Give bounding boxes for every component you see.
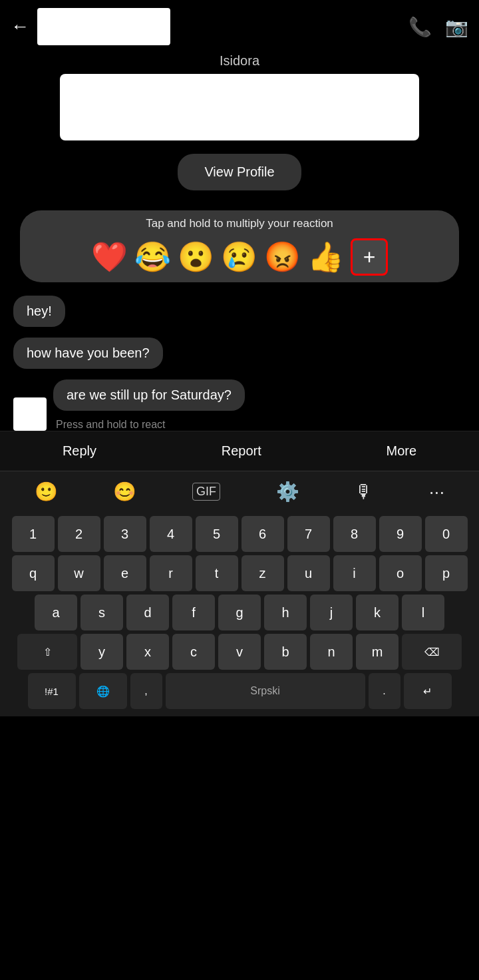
key-e[interactable]: e [104, 555, 146, 591]
reaction-bar: Tap and hold to multiply your reaction ❤… [20, 210, 459, 282]
avatar [37, 8, 170, 45]
key-f[interactable]: f [172, 595, 215, 630]
keyboard-row-3: ⇧ y x c v b n m ⌫ [3, 634, 476, 670]
more-kb-icon[interactable]: ··· [429, 481, 444, 503]
key-4[interactable]: 4 [150, 516, 192, 552]
key-7[interactable]: 7 [287, 516, 330, 552]
enter-key[interactable]: ↵ [404, 673, 452, 709]
key-x[interactable]: x [126, 634, 169, 670]
key-o[interactable]: o [379, 555, 422, 591]
sender-avatar [13, 397, 47, 431]
view-profile-container: View Profile [0, 154, 479, 190]
key-z[interactable]: z [241, 555, 284, 591]
key-i[interactable]: i [333, 555, 376, 591]
key-3[interactable]: 3 [104, 516, 146, 552]
call-icon[interactable]: 📞 [408, 16, 432, 38]
message-saturday: are we still up for Saturday? [53, 379, 245, 411]
key-c[interactable]: c [172, 634, 215, 670]
reaction-more-button[interactable]: + [351, 238, 388, 276]
messages-area: hey! how have you been? are we still up … [0, 289, 479, 431]
keyboard-toolbar: 🙂 😊 GIF ⚙️ 🎙 ··· [0, 471, 479, 512]
more-button[interactable]: More [387, 443, 417, 459]
key-8[interactable]: 8 [333, 516, 376, 552]
key-n[interactable]: n [310, 634, 353, 670]
key-p[interactable]: p [425, 555, 468, 591]
spacebar[interactable]: Srpski [166, 673, 365, 709]
reaction-hint-text: Tap and hold to multiply your reaction [146, 217, 333, 230]
key-k[interactable]: k [356, 595, 399, 630]
gif-icon[interactable]: GIF [192, 483, 220, 501]
message-hey: hey! [13, 296, 65, 327]
key-j[interactable]: j [310, 595, 353, 630]
symbols-key[interactable]: !#1 [28, 673, 76, 709]
shift-key[interactable]: ⇧ [17, 634, 77, 670]
keyboard-row-1: q w e r t z u i o p [3, 555, 476, 591]
message-saturday-row: are we still up for Saturday? Press and … [13, 379, 466, 431]
key-r[interactable]: r [150, 555, 192, 591]
press-hold-hint: Press and hold to react [56, 419, 245, 431]
view-profile-button[interactable]: View Profile [178, 154, 301, 190]
keyboard-row-numbers: 1 2 3 4 5 6 7 8 9 0 [3, 516, 476, 552]
backspace-key[interactable]: ⌫ [402, 634, 462, 670]
keyboard-row-2: a s d f g h j k l [3, 595, 476, 630]
keyboard: 1 2 3 4 5 6 7 8 9 0 q w e r t z u i o p … [0, 512, 479, 716]
reaction-angry[interactable]: 😡 [264, 240, 301, 274]
settings-icon[interactable]: ⚙️ [276, 481, 299, 503]
sticker-icon[interactable]: 🙂 [35, 481, 58, 503]
key-q[interactable]: q [12, 555, 55, 591]
key-v[interactable]: v [218, 634, 261, 670]
keyboard-row-4: !#1 🌐 , Srpski . ↵ [3, 673, 476, 709]
profile-image [60, 74, 419, 140]
message-how: how have you been? [13, 338, 163, 369]
key-a[interactable]: a [35, 595, 77, 630]
header-icons: 📞 📷 [408, 16, 468, 38]
reaction-hint-box: Tap and hold to multiply your reaction ❤… [20, 210, 459, 282]
key-u[interactable]: u [287, 555, 330, 591]
key-y[interactable]: y [80, 634, 123, 670]
contact-name: Isidora [0, 53, 479, 69]
reply-button[interactable]: Reply [63, 443, 96, 459]
key-5[interactable]: 5 [196, 516, 238, 552]
reaction-heart[interactable]: ❤️ [91, 240, 128, 274]
key-6[interactable]: 6 [241, 516, 284, 552]
key-l[interactable]: l [402, 595, 444, 630]
comma-key[interactable]: , [130, 673, 162, 709]
report-button[interactable]: Report [222, 443, 261, 459]
key-s[interactable]: s [80, 595, 123, 630]
key-0[interactable]: 0 [425, 516, 468, 552]
key-m[interactable]: m [356, 634, 399, 670]
action-bar: Reply Report More [0, 431, 479, 471]
key-b[interactable]: b [264, 634, 307, 670]
reaction-wow[interactable]: 😮 [178, 240, 214, 274]
reaction-laugh[interactable]: 😂 [134, 240, 171, 274]
key-9[interactable]: 9 [379, 516, 422, 552]
video-icon[interactable]: 📷 [445, 16, 468, 38]
profile-image-area [0, 74, 479, 140]
back-button[interactable]: ← [11, 16, 29, 37]
key-1[interactable]: 1 [12, 516, 55, 552]
mic-icon[interactable]: 🎙 [355, 481, 373, 503]
reaction-emojis-row: ❤️ 😂 😮 😢 😡 👍 + [91, 238, 388, 276]
reaction-thumbsup[interactable]: 👍 [307, 240, 344, 274]
emoji-icon[interactable]: 😊 [113, 481, 136, 503]
key-w[interactable]: w [58, 555, 100, 591]
key-t[interactable]: t [196, 555, 238, 591]
period-key[interactable]: . [369, 673, 400, 709]
key-d[interactable]: d [126, 595, 169, 630]
key-h[interactable]: h [264, 595, 307, 630]
header: ← 📞 📷 [0, 0, 479, 53]
reaction-cry[interactable]: 😢 [221, 240, 257, 274]
language-key[interactable]: 🌐 [79, 673, 127, 709]
key-g[interactable]: g [218, 595, 261, 630]
key-2[interactable]: 2 [58, 516, 100, 552]
